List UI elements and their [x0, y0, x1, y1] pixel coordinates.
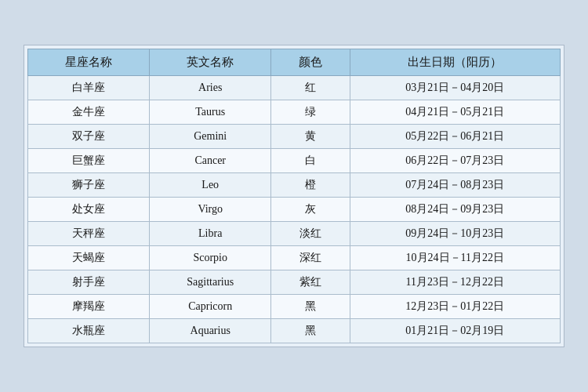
table-cell-0-3: 03月21日－04月20日 [350, 76, 560, 100]
table-cell-10-0: 水瓶座 [28, 319, 150, 343]
table-cell-5-1: Virgo [150, 198, 271, 222]
zodiac-table: 星座名称英文名称颜色出生日期（阳历） 白羊座Aries红03月21日－04月20… [27, 49, 561, 343]
table-row: 天秤座Libra淡红09月24日－10月23日 [28, 222, 561, 246]
table-cell-7-2: 深红 [271, 246, 350, 270]
table-cell-3-0: 巨蟹座 [28, 149, 150, 173]
table-row: 白羊座Aries红03月21日－04月20日 [28, 76, 561, 100]
table-row: 射手座Sagittarius紫红11月23日－12月22日 [28, 270, 561, 295]
table-cell-10-1: Aquarius [150, 319, 271, 343]
column-header-0: 星座名称 [28, 49, 150, 76]
table-cell-1-1: Taurus [150, 100, 271, 125]
table-cell-4-2: 橙 [271, 173, 350, 198]
table-cell-8-3: 11月23日－12月22日 [350, 270, 560, 295]
table-row: 处女座Virgo灰08月24日－09月23日 [28, 198, 561, 222]
table-cell-7-3: 10月24日－11月22日 [350, 246, 560, 270]
table-cell-1-0: 金牛座 [28, 100, 150, 125]
table-cell-1-3: 04月21日－05月21日 [350, 100, 560, 125]
table-cell-5-2: 灰 [271, 198, 350, 222]
table-cell-5-3: 08月24日－09月23日 [350, 198, 560, 222]
table-cell-8-0: 射手座 [28, 270, 150, 295]
table-header-row: 星座名称英文名称颜色出生日期（阳历） [28, 49, 561, 76]
zodiac-table-container: 星座名称英文名称颜色出生日期（阳历） 白羊座Aries红03月21日－04月20… [24, 45, 564, 347]
table-row: 狮子座Leo橙07月24日－08月23日 [28, 173, 561, 198]
column-header-3: 出生日期（阳历） [350, 49, 560, 76]
table-row: 巨蟹座Cancer白06月22日－07月23日 [28, 149, 561, 173]
table-cell-0-0: 白羊座 [28, 76, 150, 100]
table-cell-6-0: 天秤座 [28, 222, 150, 246]
table-cell-6-2: 淡红 [271, 222, 350, 246]
table-cell-7-1: Scorpio [150, 246, 271, 270]
table-cell-4-3: 07月24日－08月23日 [350, 173, 560, 198]
table-cell-9-1: Capricorn [150, 295, 271, 319]
table-cell-0-2: 红 [271, 76, 350, 100]
table-cell-3-2: 白 [271, 149, 350, 173]
table-cell-3-1: Cancer [150, 149, 271, 173]
column-header-2: 颜色 [271, 49, 350, 76]
table-cell-2-3: 05月22日－06月21日 [350, 125, 560, 149]
table-cell-9-0: 摩羯座 [28, 295, 150, 319]
table-cell-6-3: 09月24日－10月23日 [350, 222, 560, 246]
table-cell-8-2: 紫红 [271, 270, 350, 295]
table-cell-10-2: 黑 [271, 319, 350, 343]
table-cell-6-1: Libra [150, 222, 271, 246]
table-row: 天蝎座Scorpio深红10月24日－11月22日 [28, 246, 561, 270]
column-header-1: 英文名称 [150, 49, 271, 76]
table-cell-1-2: 绿 [271, 100, 350, 125]
table-cell-4-1: Leo [150, 173, 271, 198]
table-cell-9-3: 12月23日－01月22日 [350, 295, 560, 319]
table-row: 水瓶座Aquarius黑01月21日－02月19日 [28, 319, 561, 343]
table-cell-2-0: 双子座 [28, 125, 150, 149]
table-cell-2-2: 黄 [271, 125, 350, 149]
table-cell-2-1: Gemini [150, 125, 271, 149]
table-cell-3-3: 06月22日－07月23日 [350, 149, 560, 173]
table-cell-7-0: 天蝎座 [28, 246, 150, 270]
table-cell-5-0: 处女座 [28, 198, 150, 222]
table-row: 金牛座Taurus绿04月21日－05月21日 [28, 100, 561, 125]
table-cell-4-0: 狮子座 [28, 173, 150, 198]
table-row: 摩羯座Capricorn黑12月23日－01月22日 [28, 295, 561, 319]
table-cell-8-1: Sagittarius [150, 270, 271, 295]
table-cell-0-1: Aries [150, 76, 271, 100]
table-row: 双子座Gemini黄05月22日－06月21日 [28, 125, 561, 149]
table-cell-10-3: 01月21日－02月19日 [350, 319, 560, 343]
table-cell-9-2: 黑 [271, 295, 350, 319]
